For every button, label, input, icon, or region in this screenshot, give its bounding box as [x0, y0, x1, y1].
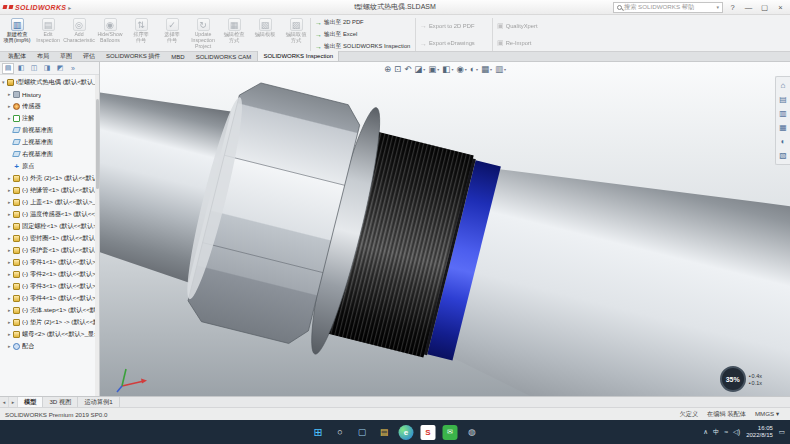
search-caret-icon[interactable]: ▾: [716, 4, 719, 10]
add-characteristic-button[interactable]: ◎ Add Characteristic: [64, 16, 94, 50]
tree-item[interactable]: (-) 上盖<1> (默认<<默认>_显...: [0, 196, 99, 208]
tree-scrollbar[interactable]: [95, 75, 99, 396]
custom-properties-icon[interactable]: ▧: [776, 149, 790, 162]
hide-show-items-icon[interactable]: ◉: [456, 64, 466, 74]
notification-center-icon[interactable]: ▭: [779, 428, 785, 436]
file-explorer-pane-icon[interactable]: ▥: [776, 107, 790, 120]
tree-item[interactable]: (-) 密封圈<1> (默认<<默认>_...: [0, 232, 99, 244]
performance-badge[interactable]: 35% 0.4x 0.1x: [720, 366, 762, 392]
menu-caret-icon[interactable]: ▸: [68, 4, 71, 11]
restore-button[interactable]: ▢: [758, 3, 771, 12]
tree-scrollbar-thumb[interactable]: [96, 99, 99, 189]
solidworks-icon[interactable]: S: [421, 425, 436, 440]
edit-value-method-button[interactable]: ▨ 编辑取值 方式: [281, 16, 311, 50]
tray-chevron-icon[interactable]: ∧: [703, 428, 708, 437]
re-import-button[interactable]: ▣ Re-Import: [497, 38, 551, 48]
command-tab[interactable]: 评估: [78, 52, 101, 61]
command-tab[interactable]: MBD: [166, 52, 190, 61]
tree-item[interactable]: 原点: [0, 160, 99, 172]
tree-item[interactable]: t型螺纹式热电偶 (默认<默认_显示状态-1: [0, 76, 99, 88]
appearances-icon[interactable]: ◐: [776, 135, 790, 148]
status-item[interactable]: 在编辑 装配体: [707, 410, 746, 419]
tree-item[interactable]: 固定螺栓<1> (默认<<默认>_显示状: [0, 220, 99, 232]
zoom-area-icon[interactable]: ⊡: [394, 64, 401, 74]
command-tab[interactable]: SOLIDWORKS 插件: [101, 52, 166, 61]
edit-appearance-icon[interactable]: ◐: [470, 64, 478, 74]
previous-view-icon[interactable]: ↶: [404, 64, 411, 74]
tree-item[interactable]: (-) 零件3<1> (默认<<默认>...: [0, 280, 99, 292]
section-view-icon[interactable]: ◪: [414, 64, 425, 74]
tree-item[interactable]: (-) 垫片 (2)<1> -> (默认<<默认>: [0, 316, 99, 328]
edit-inspection-button[interactable]: ▤ Edit Inspection: [33, 16, 63, 50]
zoom-fit-icon[interactable]: ⊕: [384, 64, 391, 74]
hide-show-balloons-button[interactable]: ◉ Hide/Show Balloons: [95, 16, 125, 50]
update-inspection-project-button[interactable]: ↻ Update Inspection Project: [188, 16, 218, 50]
taskbar-clock[interactable]: 16:05 2022/8/15: [746, 425, 773, 440]
chat-icon[interactable]: ✉: [443, 425, 458, 440]
minimize-button[interactable]: —: [742, 3, 755, 12]
tree-item[interactable]: 注解: [0, 112, 99, 124]
view-palette-icon[interactable]: ▦: [776, 121, 790, 134]
document-tab[interactable]: 运动算例1: [78, 397, 119, 407]
tree-item[interactable]: 上视基准面: [0, 136, 99, 148]
tree-item[interactable]: 前视基准面: [0, 124, 99, 136]
tree-item[interactable]: 配合: [0, 340, 99, 352]
document-tab[interactable]: 3D 视图: [43, 397, 78, 407]
search-icon[interactable]: ○: [333, 425, 348, 440]
export-inspection-project-button[interactable]: → 输出至 SOLIDWORKS Inspection 项目: [315, 41, 411, 51]
export-to-2d-pdf-button[interactable]: → Export to 2D PDF: [420, 21, 488, 31]
close-button[interactable]: ×: [774, 3, 787, 12]
view-orientation-icon[interactable]: ▣: [428, 64, 439, 74]
tree-item[interactable]: (-) 温度传感器<1> (默认<<默...: [0, 208, 99, 220]
solidworks-resources-icon[interactable]: ⌂: [776, 79, 790, 92]
tree-item[interactable]: (-) 零件1<1> (默认<<默认>_显示状态: [0, 256, 99, 268]
command-tab[interactable]: SOLIDWORKS CAM: [191, 52, 258, 61]
tree-item[interactable]: History: [0, 88, 99, 100]
display-style-icon[interactable]: ◧: [442, 64, 453, 74]
volume-icon[interactable]: ◁): [733, 428, 740, 437]
tree-item[interactable]: (-) 零件2<1> (默认<<默认>_...: [0, 268, 99, 280]
pane-expand-icon[interactable]: »: [67, 63, 79, 74]
tree-item[interactable]: (-) 壳体.step<1> (默认<<默认>_...: [0, 304, 99, 316]
tree-item[interactable]: (-) 零件4<1> (默认<<默认>_显示状: [0, 292, 99, 304]
new-inspection-project-button[interactable]: ▥ 新建检查 项目(imp%): [2, 16, 32, 50]
tree-item[interactable]: (-) 绝缘管<1> (默认<<默认>_显示: [0, 184, 99, 196]
edit-template-button[interactable]: ▧ 编辑模板: [250, 16, 280, 50]
viewport-3d-scene[interactable]: [100, 62, 790, 396]
tree-item[interactable]: (-) 保护套<1> (默认<<默认>_显示状: [0, 244, 99, 256]
file-explorer-icon[interactable]: ▤: [377, 425, 392, 440]
displaymanager-tab-icon[interactable]: ◩: [54, 63, 66, 74]
apply-scene-icon[interactable]: ▦: [481, 64, 492, 74]
pick-balloons-button[interactable]: ✓ 选择零 件号: [157, 16, 187, 50]
design-library-icon[interactable]: ▤: [776, 93, 790, 106]
command-tab[interactable]: 草图: [55, 52, 78, 61]
tree-item[interactable]: 右视基准面: [0, 148, 99, 160]
propertymanager-tab-icon[interactable]: ◧: [15, 63, 27, 74]
graphics-viewport[interactable]: ⊕ ⊡ ↶ ◪ ▣: [100, 62, 790, 396]
export-2d-pdf-button[interactable]: → 输出至 2D PDF: [315, 18, 411, 28]
settings-icon[interactable]: ◍: [465, 425, 480, 440]
tree-item[interactable]: 传感器: [0, 100, 99, 112]
export-edrawings-button[interactable]: → Export eDrawings: [420, 38, 488, 48]
edge-icon[interactable]: e: [399, 425, 414, 440]
tree-item[interactable]: 螺母<2> (默认<<默认>_显示状: [0, 328, 99, 340]
doc-tab-nav-arrow-icon[interactable]: ◂: [0, 397, 9, 407]
configurationmanager-tab-icon[interactable]: ◫: [28, 63, 40, 74]
ime-indicator[interactable]: 中: [713, 428, 720, 437]
export-excel-button[interactable]: → 输出至 Excel: [315, 29, 411, 39]
dimxpertmanager-tab-icon[interactable]: ◨: [41, 63, 53, 74]
doc-tab-nav-arrow-icon[interactable]: ▸: [9, 397, 18, 407]
sort-balloons-button[interactable]: ⇅ 排序零 件号: [126, 16, 156, 50]
document-tab[interactable]: 模型: [18, 397, 43, 407]
status-item[interactable]: MMGS ▾: [755, 410, 779, 419]
command-tab[interactable]: 布局: [32, 52, 55, 61]
edit-inspection-method-button[interactable]: ▦ 编辑检查 方式: [219, 16, 249, 50]
view-settings-icon[interactable]: ▥: [495, 64, 506, 74]
status-item[interactable]: 欠定义: [680, 410, 699, 419]
start-icon[interactable]: ⊞: [311, 425, 326, 440]
search-input[interactable]: 搜索 SOLIDWORKS 帮助 ▾: [613, 2, 723, 13]
command-tab[interactable]: 装配体: [3, 52, 32, 61]
help-button[interactable]: ?: [726, 3, 739, 12]
task-view-icon[interactable]: ▢: [355, 425, 370, 440]
network-icon[interactable]: ≈: [724, 428, 728, 437]
